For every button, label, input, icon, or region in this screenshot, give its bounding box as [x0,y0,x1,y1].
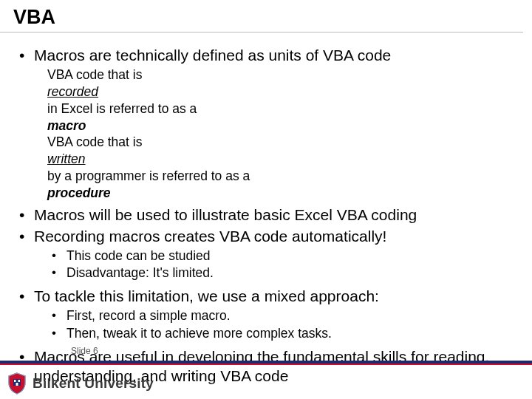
text-emphasis: recorded [47,83,517,100]
university-name: Bilkent University [33,375,154,392]
sub-bullet-list: This code can be studied Disadvantage: I… [47,248,517,282]
list-item: Then, tweak it to achieve more complex t… [47,325,517,343]
university-logo: Bilkent University [7,372,154,395]
text-emphasis: macro [47,117,517,134]
text-fragment: VBA code that is [47,134,517,151]
crest-icon [7,372,27,395]
text-emphasis: written [47,151,517,168]
sub-text-block: VBA code that is recorded in Excel is re… [47,66,517,201]
text-fragment: by a programmer is referred to as a [47,168,517,185]
text-fragment: VBA code that is [47,66,517,83]
text-emphasis: procedure [47,185,517,202]
svg-rect-2 [18,380,21,382]
list-item: Macros will be used to illustrate basic … [15,205,517,225]
slide-number: Slide 6 [71,346,98,356]
slide-content: Macros are technically defined as units … [0,33,532,386]
text-fragment: in Excel is referred to as a [47,100,517,117]
list-item: Macros are technically defined as units … [15,46,517,65]
list-item: Disadvantage: It's limited. [47,265,517,282]
slide-title: VBA [0,0,523,33]
svg-rect-1 [14,380,16,382]
list-item: First, record a simple macro. [47,307,517,325]
sub-bullet-list: First, record a simple macro. Then, twea… [47,307,517,342]
footer-accent-bar [0,361,532,365]
sub-text: VBA code that is recorded in Excel is re… [47,66,517,134]
list-item: To tackle this limitation, we use a mixe… [15,287,517,306]
list-item: This code can be studied [47,248,517,265]
slide: VBA Macros are technically defined as un… [0,0,532,399]
list-item: Recording macros creates VBA code automa… [15,227,517,246]
bullet-list: Macros are technically defined as units … [15,46,517,386]
sub-text: VBA code that is written by a programmer… [47,134,517,201]
svg-rect-3 [16,383,18,386]
